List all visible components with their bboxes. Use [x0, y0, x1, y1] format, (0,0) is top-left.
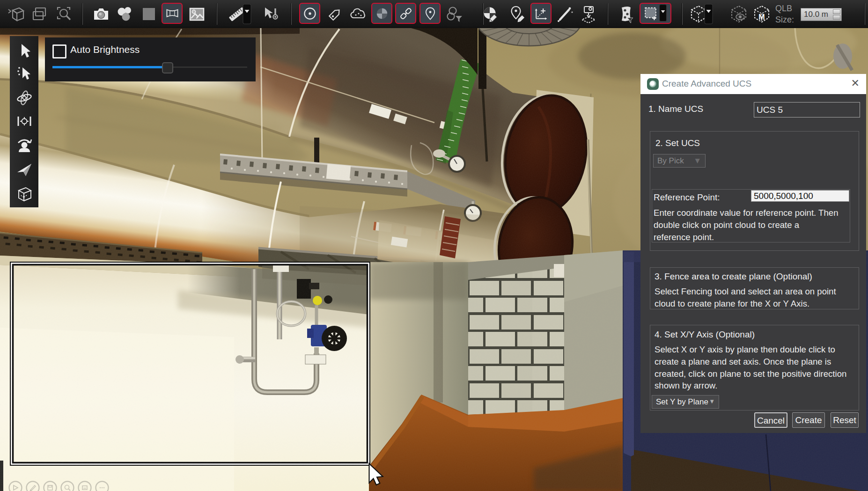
svg-text:M: M — [758, 13, 765, 21]
